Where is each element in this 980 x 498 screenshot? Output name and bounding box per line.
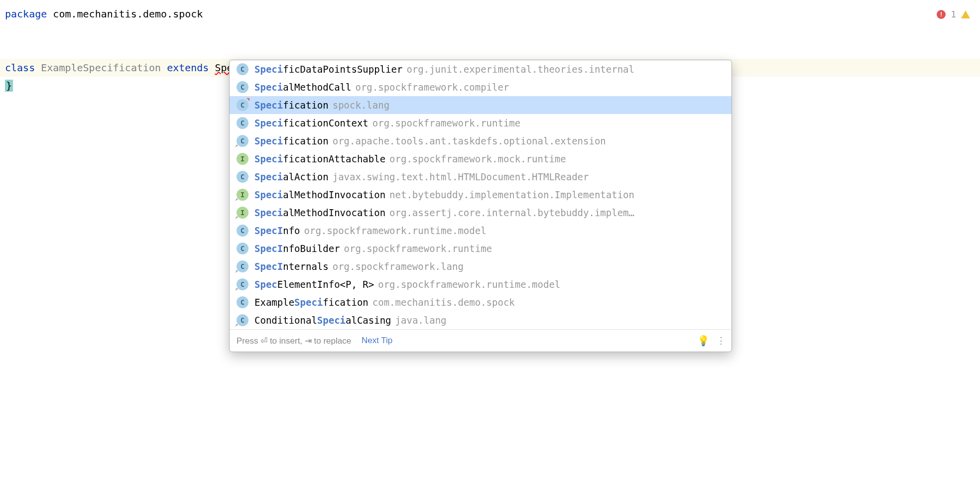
completion-package: org.spockframework.runtime.model: [304, 225, 487, 236]
completion-item[interactable]: ISpecificationAttachableorg.spockframewo…: [230, 150, 732, 168]
class-icon: C↗: [237, 135, 248, 147]
keyword-class: class: [5, 62, 35, 74]
completion-label: SpecificationContextorg.spockframework.r…: [254, 118, 725, 128]
completion-label: SpecificDataPointsSupplierorg.junit.expe…: [254, 64, 725, 75]
completion-package: org.apache.tools.ant.taskdefs.optional.e…: [333, 135, 606, 146]
completion-package: net.bytebuddy.implementation.Implementat…: [389, 189, 634, 200]
completion-package: org.spockframework.runtime.model: [378, 279, 560, 290]
next-tip-link[interactable]: Next Tip: [362, 336, 392, 346]
completion-label: SpecificationAttachableorg.spockframewor…: [254, 153, 725, 164]
class-icon: C: [237, 63, 248, 75]
completion-item[interactable]: I↗SpecialMethodInvocationnet.bytebuddy.i…: [230, 186, 732, 204]
keyword-package: package: [5, 8, 47, 20]
interface-icon: I↗: [237, 207, 248, 219]
completion-package: org.assertj.core.internal.bytebuddy.impl…: [389, 207, 634, 218]
class-icon: C: [237, 81, 248, 93]
completion-label: ExampleSpecificationcom.mechanitis.demo.…: [254, 297, 725, 308]
class-name: ExampleSpecification: [35, 62, 167, 74]
completion-item[interactable]: CSpecInfoBuilderorg.spockframework.runti…: [230, 240, 732, 257]
completion-item[interactable]: C↗Specificationorg.apache.tools.ant.task…: [230, 132, 732, 150]
completion-package: org.junit.experimental.theories.internal: [406, 64, 634, 75]
footer-hint: Press ⏎ to insert, ⇥ to replace: [237, 336, 351, 346]
code-line-blank: [0, 41, 980, 59]
class-icon: C: [237, 171, 248, 183]
class-icon: C: [237, 117, 248, 129]
error-indicator[interactable]: ! 1: [937, 9, 970, 19]
completion-package: java.lang: [395, 315, 447, 326]
completion-item[interactable]: CSpecificDataPointsSupplierorg.junit.exp…: [230, 60, 732, 78]
code-line-package: package com.mechanitis.demo.spock: [0, 5, 980, 23]
completion-label: Specificationspock.lang: [254, 100, 725, 111]
completion-package: com.mechanitis.demo.spock: [372, 297, 515, 308]
completion-label: SpecialMethodInvocationnet.bytebuddy.imp…: [254, 189, 725, 200]
completion-item[interactable]: CSpecialActionjavax.swing.text.html.HTML…: [230, 168, 732, 186]
class-icon: C: [237, 296, 248, 308]
completion-item[interactable]: CExampleSpecificationcom.mechanitis.demo…: [230, 293, 732, 311]
completion-package: org.spockframework.runtime: [372, 118, 520, 128]
class-icon: C: [237, 99, 248, 111]
error-icon: !: [937, 10, 946, 19]
completion-package: org.spockframework.lang: [333, 261, 464, 272]
bulb-icon[interactable]: 💡: [697, 335, 710, 347]
class-icon: C↗: [237, 260, 248, 272]
error-count: 1: [951, 9, 956, 19]
completion-item[interactable]: C↗SpecElementInfo<P, R>org.spockframewor…: [230, 275, 732, 293]
completion-label: SpecialMethodCallorg.spockframework.comp…: [254, 82, 725, 93]
completion-label: SpecialActionjavax.swing.text.html.HTMLD…: [254, 171, 725, 182]
completion-item[interactable]: C↗SpecInternalsorg.spockframework.lang: [230, 257, 732, 275]
completion-label: SpecInternalsorg.spockframework.lang: [254, 261, 725, 272]
keyword-extends: extends: [167, 62, 209, 74]
close-brace: }: [5, 80, 13, 92]
class-icon: C↗: [237, 278, 248, 290]
warning-icon: [961, 10, 970, 18]
interface-icon: I: [237, 153, 248, 165]
completion-label: SpecElementInfo<P, R>org.spockframework.…: [254, 279, 725, 290]
completion-item[interactable]: C↗ConditionalSpecialCasingjava.lang: [230, 311, 732, 329]
completion-label: SpecialMethodInvocationorg.assertj.core.…: [254, 207, 725, 218]
completion-label: Specificationorg.apache.tools.ant.taskde…: [254, 135, 725, 146]
more-icon[interactable]: ⋮: [717, 335, 725, 346]
completion-label: SpecInfoorg.spockframework.runtime.model: [254, 225, 725, 236]
autocomplete-popup[interactable]: CSpecificDataPointsSupplierorg.junit.exp…: [229, 60, 732, 352]
package-name: com.mechanitis.demo.spock: [47, 8, 203, 20]
completion-label: ConditionalSpecialCasingjava.lang: [254, 315, 725, 326]
completion-package: org.spockframework.compiler: [355, 82, 509, 93]
completion-label: SpecInfoBuilderorg.spockframework.runtim…: [254, 243, 725, 254]
code-line-blank: [0, 23, 980, 41]
class-icon: C: [237, 225, 248, 237]
interface-icon: I↗: [237, 189, 248, 201]
completion-item[interactable]: I↗SpecialMethodInvocationorg.assertj.cor…: [230, 204, 732, 222]
completion-list: CSpecificDataPointsSupplierorg.junit.exp…: [230, 60, 732, 329]
completion-package: spock.lang: [333, 100, 389, 111]
completion-item[interactable]: CSpecInfoorg.spockframework.runtime.mode…: [230, 222, 732, 240]
completion-item[interactable]: CSpecificationContextorg.spockframework.…: [230, 114, 732, 132]
class-icon: C: [237, 243, 248, 254]
completion-package: org.spockframework.mock.runtime: [389, 153, 566, 164]
popup-footer: Press ⏎ to insert, ⇥ to replace Next Tip…: [230, 329, 732, 352]
completion-package: org.spockframework.runtime: [344, 243, 492, 254]
class-icon: C↗: [237, 314, 248, 326]
completion-package: javax.swing.text.html.HTMLDocument.HTMLR…: [333, 171, 589, 182]
completion-item[interactable]: CSpecificationspock.lang: [230, 96, 732, 114]
completion-item[interactable]: CSpecialMethodCallorg.spockframework.com…: [230, 78, 732, 96]
